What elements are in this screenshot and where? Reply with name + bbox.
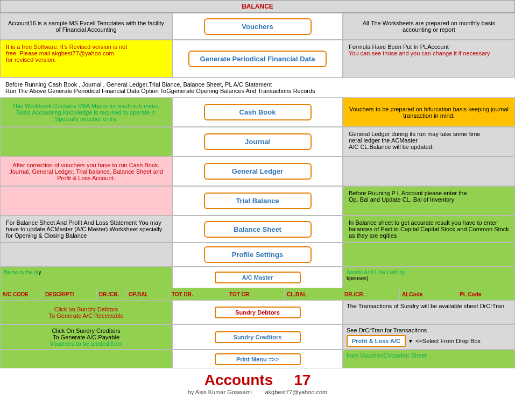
- generate-row: It is a free Software. It's Revised vers…: [0, 40, 515, 77]
- col-header-totdr: TOT DR.: [170, 288, 227, 300]
- sc-left-text3: Vouchers to be printed from: [50, 340, 122, 347]
- footer-title: Accounts 17: [3, 372, 512, 389]
- journal-button[interactable]: Journal: [204, 133, 312, 150]
- col-header-drcr: DR./CR.: [97, 288, 126, 300]
- acmaster-below-text: Below is the la: [4, 269, 38, 275]
- col-header-alcode: ALCode: [400, 288, 457, 300]
- footer: Accounts 17 by Asis Kumar Goswami akgbes…: [0, 368, 515, 398]
- generate-left-text2: free. Please mail akgbest77@yahoo.com: [6, 50, 114, 56]
- bs-right: In Balance sheet to get accurate result …: [343, 216, 515, 243]
- vouchers-right-text: All The Worksheets are prepared on month…: [343, 13, 515, 40]
- footer-email: akgbest77@yahoo.com: [265, 389, 327, 395]
- print-menu-button[interactable]: Print Menu =>>: [215, 353, 301, 365]
- journal-right-text1: General Ledger during its run may take s…: [349, 131, 509, 137]
- generate-right-text2: You can see those and you can change it …: [349, 50, 509, 56]
- tb-right-text2: Op. Bal and Update CL. Bal of Inventory: [349, 196, 509, 203]
- generate-left-text1: It is a free Software. It's Revised vers…: [6, 44, 127, 50]
- vouchers-mid: Vouchers: [172, 13, 343, 40]
- col-header-clbal: CL.BAL: [285, 288, 342, 300]
- info-line2: Run The Above Generate Periodical Financ…: [5, 88, 510, 94]
- sc-right-text1: See DrCrTran for Transacitons: [347, 327, 511, 333]
- bs-button[interactable]: Balance Sheet: [204, 221, 312, 238]
- pm-mid: Print Menu =>>: [172, 350, 343, 368]
- acmaster-mid-header: A/C Master: [172, 267, 343, 288]
- sd-right: The Transactions of Sundry will be avail…: [343, 300, 515, 324]
- pm-right: from Voucher/CVoucher Sheet: [343, 350, 515, 368]
- profile-row: Profile Settings: [0, 243, 515, 267]
- info-line1: Before Running Cash Book , Journal , Gen…: [5, 81, 510, 88]
- gl-button[interactable]: General Ledger: [204, 163, 312, 180]
- select-dropdown-text: <=Select From Drop Box: [415, 338, 481, 344]
- col-header-drcr2: DR./CR.: [342, 288, 400, 300]
- sc-row: Click On Sundry Creditors To Generate A/…: [0, 324, 515, 350]
- sc-left-text2: To Generate A/C Payable: [53, 334, 119, 340]
- sc-left-text1: Click On Sundry Creditors: [52, 328, 120, 334]
- vouchers-button[interactable]: Vouchers: [204, 18, 312, 35]
- generate-left-text3: for revised version.: [6, 56, 56, 63]
- acmaster-below-cont: y: [38, 269, 41, 275]
- col-headers-row: A/C CODE DESCRIPTI DR./CR. OP.BAL TOT DR…: [0, 288, 515, 300]
- sundry-debtors-button[interactable]: Sundry Debtors: [215, 307, 301, 318]
- tb-mid: Trial Balance: [172, 186, 343, 216]
- cashbook-button[interactable]: Cash Book: [204, 104, 312, 120]
- cashbook-vba-text: This Workbook Contains VBA Macro for eac…: [6, 103, 166, 122]
- sd-left: Click on Sundry Debtors To Generate A/C …: [0, 300, 172, 324]
- tb-row: Trial Balance Before Ruuning P L Account…: [0, 186, 515, 216]
- journal-left: [0, 127, 172, 156]
- header-balance: BALANCE: [0, 0, 515, 13]
- cashbook-row: This Workbook Contains VBA Macro for eac…: [0, 97, 515, 127]
- profile-right: [343, 243, 515, 267]
- acmaster-left-header: Below is the lay: [0, 267, 172, 288]
- gl-mid: General Ledger: [172, 156, 343, 186]
- pm-row: Print Menu =>> from Voucher/CVoucher She…: [0, 350, 515, 368]
- footer-author: by Asis Kumar Goswami: [188, 389, 252, 395]
- sc-left: Click On Sundry Creditors To Generate A/…: [0, 324, 172, 350]
- profit-loss-box[interactable]: Profit & Loss A/C: [347, 335, 406, 347]
- cashbook-mid: Cash Book: [172, 97, 343, 127]
- generate-button[interactable]: Generate Periodical Financial Data: [188, 51, 327, 67]
- sd-mid: Sundry Debtors: [172, 300, 343, 324]
- gl-left-text: After correction of vouchers you have to…: [6, 162, 166, 181]
- vouchers-row: Account16 is a sample MS Excell Template…: [0, 13, 515, 40]
- cashbook-voucher-text: Vouchers to be prepared on bifurcation b…: [349, 106, 509, 119]
- journal-mid: Journal: [172, 127, 343, 156]
- dropdown-arrow: ▼: [408, 338, 413, 344]
- footer-accounts-label: Accounts: [204, 372, 273, 388]
- journal-right-text3: A/C CL.Balance will be updated.: [349, 144, 509, 150]
- info-text-row: Before Running Cash Book , Journal , Gen…: [0, 77, 515, 97]
- cashbook-left-text: This Workbook Contains VBA Macro for eac…: [0, 97, 172, 127]
- vouchers-left-text: Account16 is a sample MS Excell Template…: [0, 13, 172, 40]
- bs-row: For Balance Sheet And Profit And Loss St…: [0, 216, 515, 243]
- profile-mid: Profile Settings: [172, 243, 343, 267]
- acmaster-assets-text: Assets And L for Liability: [347, 269, 405, 275]
- gl-right: [343, 156, 515, 186]
- tb-button[interactable]: Trial Balance: [204, 193, 312, 209]
- journal-row: Journal General Ledger during its run ma…: [0, 127, 515, 156]
- main-container: BALANCE Account16 is a sample MS Excell …: [0, 0, 515, 398]
- journal-right: General Ledger during its run may take s…: [343, 127, 515, 156]
- sc-mid: Sundry Creditors: [172, 324, 343, 350]
- acmaster-right-header: Assets And L for Liability kpenses): [343, 267, 515, 288]
- bs-left: For Balance Sheet And Profit And Loss St…: [0, 216, 172, 243]
- col-header-description: DESCRIPTI: [43, 288, 97, 300]
- sc-right: See DrCrTran for Transacitons Profit & L…: [343, 324, 515, 350]
- col-header-opbal: OP.BAL: [126, 288, 170, 300]
- cashbook-right-text: Vouchers to be prepared on bifurcation b…: [343, 97, 515, 127]
- journal-right-text2: neral ledger the ACMaster: [349, 137, 509, 144]
- sd-left-text1: Click on Sundry Debtors: [54, 306, 118, 312]
- gl-row: After correction of vouchers you have to…: [0, 156, 515, 186]
- col-header-plcode: PL Code: [457, 288, 515, 300]
- gl-left: After correction of vouchers you have to…: [0, 156, 172, 186]
- profile-button[interactable]: Profile Settings: [204, 246, 312, 263]
- pm-left: [0, 350, 172, 368]
- sundry-creditors-button[interactable]: Sundry Creditors: [215, 331, 301, 343]
- profile-left: [0, 243, 172, 267]
- balance-label: BALANCE: [242, 3, 273, 10]
- generate-mid: Generate Periodical Financial Data: [172, 40, 343, 77]
- generate-right-text1: Formula Have Been Put In PLAccount: [349, 44, 509, 50]
- acmaster-button[interactable]: A/C Master: [215, 272, 301, 283]
- col-header-totcr: TOT CR.: [227, 288, 285, 300]
- bs-right-text: In Balance sheet to get accurate result …: [349, 219, 509, 239]
- sd-right-text: The Transactions of Sundry will be avail…: [347, 303, 504, 309]
- sd-row: Click on Sundry Debtors To Generate A/C …: [0, 300, 515, 324]
